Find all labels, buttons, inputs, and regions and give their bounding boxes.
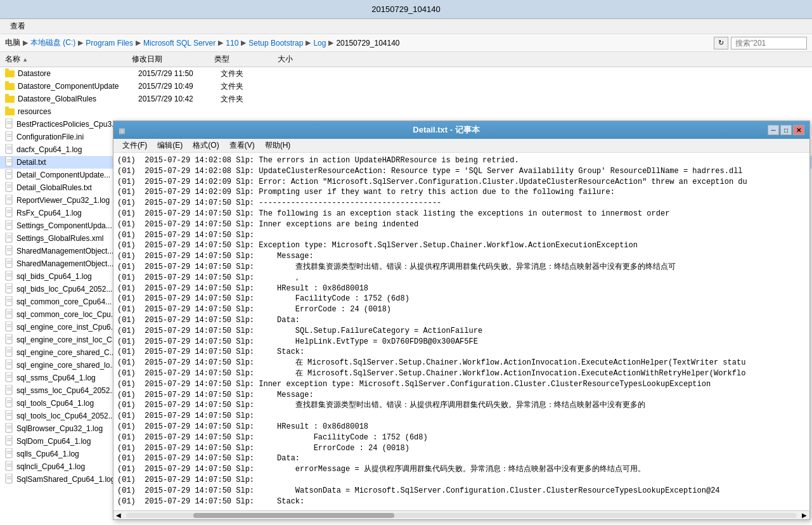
- svg-rect-5: [5, 94, 9, 96]
- notepad-menu-edit[interactable]: 编辑(E): [152, 139, 188, 153]
- file-icon: [5, 474, 14, 486]
- file-icon: [5, 410, 14, 422]
- folder-icon: [5, 94, 15, 105]
- scrollbar-track[interactable]: [126, 513, 797, 518]
- file-icon: [5, 385, 14, 397]
- file-icon: [5, 131, 14, 143]
- item-name: Datastore_ComponentUpdate: [18, 82, 138, 91]
- col-header-name[interactable]: 名称 ▲: [5, 54, 132, 65]
- folder-icon: [5, 81, 15, 92]
- file-icon: [5, 461, 14, 473]
- notepad-maximize-btn[interactable]: □: [780, 125, 792, 135]
- file-icon: [5, 448, 14, 460]
- breadcrumb-programfiles[interactable]: Program Files: [86, 39, 133, 48]
- item-type: 文件夹: [221, 68, 284, 79]
- file-icon: [5, 258, 14, 270]
- file-item[interactable]: Datastore_GlobalRules2015/7/29 10:42文件夹: [0, 93, 812, 105]
- file-icon: [5, 119, 14, 131]
- notepad-menu-help[interactable]: 帮助(H): [260, 139, 296, 153]
- file-icon: [5, 360, 14, 372]
- col-header-size[interactable]: 大小: [278, 54, 328, 65]
- search-input[interactable]: [731, 37, 807, 49]
- svg-rect-1: [5, 68, 9, 71]
- explorer-title-bar: 20150729_104140: [0, 0, 812, 19]
- file-icon: [5, 372, 14, 384]
- scrollbar-left-btn[interactable]: ◀: [113, 512, 124, 519]
- file-icon: [5, 334, 14, 346]
- item-name: Datastore_GlobalRules: [18, 94, 138, 103]
- notepad-menu-view[interactable]: 查看(V): [224, 139, 260, 153]
- file-icon: [5, 436, 14, 448]
- breadcrumb-110[interactable]: 110: [226, 39, 238, 48]
- explorer-menu-view[interactable]: 查看: [5, 21, 30, 32]
- item-date: 2015/7/29 10:42: [138, 94, 221, 103]
- col-header-type[interactable]: 类型: [214, 54, 278, 65]
- file-icon: [5, 144, 14, 156]
- file-icon: [5, 245, 14, 257]
- col-header-date[interactable]: 修改日期: [132, 54, 214, 65]
- explorer-title: 20150729_104140: [371, 4, 440, 14]
- breadcrumb-c[interactable]: 本地磁盘 (C:): [30, 37, 75, 48]
- svg-rect-7: [5, 107, 9, 109]
- file-item[interactable]: resources: [0, 105, 812, 118]
- file-icon: [5, 195, 14, 207]
- column-headers: 名称 ▲ 修改日期 类型 大小: [0, 52, 812, 67]
- notepad-menu-format[interactable]: 格式(O): [188, 139, 224, 153]
- svg-rect-2: [5, 83, 15, 90]
- item-type: 文件夹: [221, 81, 284, 92]
- folder-icon: [5, 68, 15, 79]
- file-icon: [5, 398, 14, 410]
- notepad-title-minimize-area: ▣: [119, 126, 125, 135]
- svg-rect-4: [5, 96, 15, 103]
- file-icon: [5, 207, 14, 219]
- item-type: 文件夹: [221, 94, 284, 105]
- notepad-menu-file[interactable]: 文件(F): [117, 139, 152, 153]
- notepad-window-controls: ─ □ ✕: [768, 125, 804, 135]
- item-date: 2015/7/29 10:49: [138, 82, 221, 91]
- item-date: 2015/7/29 11:50: [138, 69, 221, 78]
- explorer-menu-bar: 查看: [0, 19, 812, 34]
- file-icon: [5, 309, 14, 321]
- folder-icon: [5, 107, 15, 117]
- breadcrumb-sqlserver[interactable]: Microsoft SQL Server: [143, 39, 216, 48]
- scrollbar-right-btn[interactable]: ▶: [799, 512, 809, 519]
- file-icon: [5, 423, 14, 435]
- address-refresh-btn[interactable]: ↻: [714, 37, 728, 49]
- notepad-hscrollbar[interactable]: ◀ ▶: [113, 510, 809, 519]
- breadcrumb-setup[interactable]: Setup Bootstrap: [248, 39, 303, 48]
- notepad-close-btn[interactable]: ✕: [793, 125, 804, 135]
- sort-arrow-name: ▲: [22, 56, 28, 63]
- file-item[interactable]: Datastore_ComponentUpdate2015/7/29 10:49…: [0, 80, 812, 93]
- file-icon: [5, 347, 14, 359]
- file-item[interactable]: Datastore2015/7/29 11:50文件夹: [0, 67, 812, 80]
- svg-rect-0: [5, 70, 15, 77]
- breadcrumb-current: 20150729_104140: [336, 39, 399, 48]
- notepad-title-bar: ▣ Detail.txt - 记事本 ─ □ ✕: [113, 121, 809, 139]
- breadcrumb-log[interactable]: Log: [313, 39, 326, 48]
- notepad-title-text: Detail.txt - 记事本: [413, 124, 479, 136]
- file-icon: [5, 182, 14, 194]
- file-icon: [5, 271, 14, 283]
- breadcrumb-pc[interactable]: 电脑: [5, 37, 20, 48]
- notepad-content[interactable]: (01) 2015-07-29 14:02:08 Slp: The errors…: [113, 153, 809, 510]
- file-icon: [5, 283, 14, 295]
- svg-rect-3: [5, 81, 9, 84]
- file-icon: [5, 296, 14, 308]
- item-name: Datastore: [18, 69, 138, 78]
- item-name: resources: [18, 107, 138, 116]
- file-icon: [5, 169, 14, 181]
- address-bar: 电脑 ▶ 本地磁盘 (C:) ▶ Program Files ▶ Microso…: [0, 34, 812, 52]
- notepad-menu-bar: 文件(F) 编辑(E) 格式(O) 查看(V) 帮助(H): [113, 139, 809, 153]
- file-icon: [5, 220, 14, 232]
- notepad-minimize-btn[interactable]: ─: [768, 125, 779, 135]
- file-icon: [5, 157, 14, 169]
- svg-rect-6: [5, 108, 15, 115]
- file-icon: [5, 321, 14, 334]
- notepad-window: ▣ Detail.txt - 记事本 ─ □ ✕ 文件(F) 编辑(E) 格式(…: [113, 120, 810, 520]
- scrollbar-thumb[interactable]: [193, 513, 394, 518]
- file-icon: [5, 233, 14, 245]
